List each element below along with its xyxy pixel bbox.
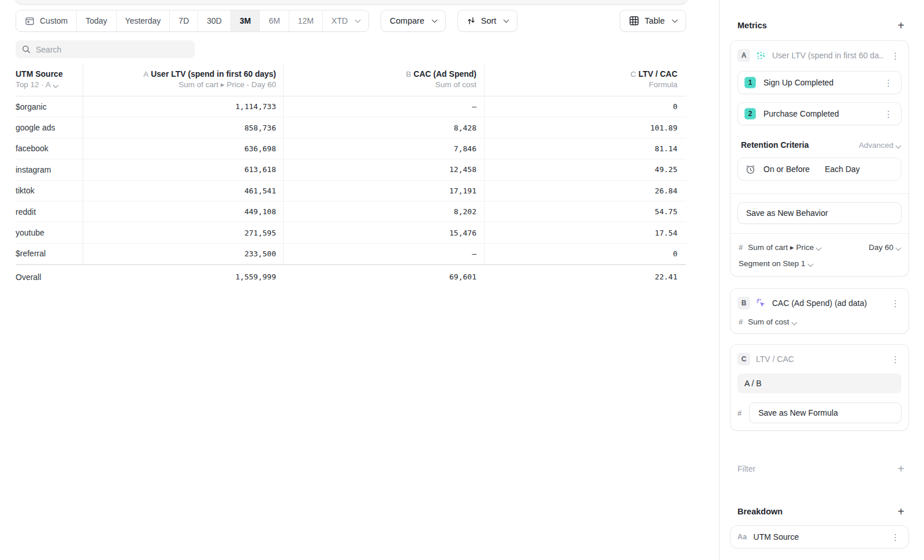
day-window-dropdown[interactable]: Day 60 <box>869 243 900 252</box>
range-custom-button[interactable]: Custom <box>16 10 77 31</box>
table-header-row: UTM Source Top 12 · A AUser LTV (spend i… <box>16 64 686 96</box>
behavioral-metric-icon <box>756 50 766 61</box>
metric-a-name: User LTV (spend in first 60 da... <box>772 51 884 60</box>
table-grid-icon <box>629 16 639 26</box>
range-custom-label: Custom <box>40 16 68 25</box>
metric-a-header[interactable]: A User LTV (spend in first 60 da... ⋮ <box>737 48 901 63</box>
breakdown-menu-button[interactable]: ⋮ <box>889 533 901 542</box>
formula-row: # Save as New Formula <box>737 402 901 423</box>
step-1-badge: 1 <box>744 77 756 88</box>
chevron-down-icon <box>431 17 437 23</box>
column-c-header[interactable]: CLTV / CAC Formula <box>484 64 686 96</box>
compare-button[interactable]: Compare <box>381 10 446 32</box>
add-metric-button[interactable]: + <box>897 20 904 31</box>
search-input[interactable] <box>36 45 188 54</box>
breakdown-section-header: Breakdown + <box>730 506 909 517</box>
metric-b-aggregation-dropdown[interactable]: Sum of cost <box>748 318 796 326</box>
range-12m-button[interactable]: 12M <box>289 10 323 31</box>
metric-a-card: A User LTV (spend in first 60 da... ⋮ 1 … <box>730 40 909 277</box>
table-row[interactable]: tiktok 461,541 17,191 26.84 <box>16 181 686 201</box>
step-2-badge: 2 <box>744 108 756 120</box>
number-type-icon: # <box>739 243 743 252</box>
range-today-button[interactable]: Today <box>77 10 116 31</box>
table-row[interactable]: google ads 858,736 8,428 101.89 <box>16 117 686 138</box>
metric-a-badge: A <box>737 49 750 62</box>
metric-b-badge: B <box>737 297 750 309</box>
metrics-section-header: Metrics + <box>730 20 909 31</box>
step-2-row[interactable]: 2 Purchase Completed ⋮ <box>737 102 901 125</box>
calendar-icon <box>25 16 35 26</box>
overall-row: Overall 1,559,999 69,601 22.41 <box>16 264 686 289</box>
save-formula-button[interactable]: Save as New Formula <box>749 402 901 423</box>
chevron-down-icon <box>816 245 822 251</box>
metric-b-header[interactable]: B CAC (Ad Spend) (ad data) ⋮ <box>737 296 901 311</box>
step-1-row[interactable]: 1 Sign Up Completed ⋮ <box>737 71 901 94</box>
metric-c-card: C LTV / CAC ⋮ A / B # Save as New Formul… <box>730 344 909 431</box>
aggregation-dropdown[interactable]: Sum of cart ▸ Price <box>748 242 821 252</box>
add-filter-button[interactable]: + <box>897 463 904 475</box>
metrics-title: Metrics <box>737 21 767 30</box>
main-content: Custom Today Yesterday 7D 30D 3M 6M 12M … <box>0 0 719 560</box>
range-3m-button[interactable]: 3M <box>231 10 260 31</box>
search-icon <box>22 45 31 54</box>
results-table: UTM Source Top 12 · A AUser LTV (spend i… <box>16 64 686 289</box>
metric-c-menu-button[interactable]: ⋮ <box>889 355 901 364</box>
step-2-menu-button[interactable]: ⋮ <box>882 110 895 118</box>
metric-b-menu-button[interactable]: ⋮ <box>889 299 901 308</box>
metric-c-header[interactable]: C LTV / CAC ⋮ <box>737 352 901 367</box>
chevron-down-icon <box>355 17 361 23</box>
metric-c-name: LTV / CAC <box>756 354 794 364</box>
number-type-icon: # <box>737 409 742 417</box>
aggregation-row: # Sum of cart ▸ Price Day 60 <box>737 242 901 252</box>
chevron-down-icon <box>896 143 901 148</box>
view-table-button[interactable]: Table <box>620 10 686 32</box>
column-b-header[interactable]: BCAC (Ad Spend) Sum of cost <box>283 64 484 96</box>
range-xtd-button[interactable]: XTD <box>323 10 368 31</box>
add-breakdown-button[interactable]: + <box>897 506 904 517</box>
chevron-down-icon <box>791 320 797 326</box>
source-column-header[interactable]: UTM Source Top 12 · A <box>16 64 83 96</box>
chevron-down-icon <box>807 262 813 267</box>
table-row[interactable]: $referral 233,500 – 0 <box>16 244 686 264</box>
table-row[interactable]: instagram 613,618 12,458 49.25 <box>16 159 686 180</box>
toolbar: Custom Today Yesterday 7D 30D 3M 6M 12M … <box>16 10 686 32</box>
range-6m-button[interactable]: 6M <box>260 10 289 31</box>
retention-behavior-row[interactable]: On or Before Each Day <box>737 158 901 181</box>
chevron-down-icon <box>896 245 901 251</box>
filter-section-header: Filter + <box>730 463 909 475</box>
number-type-icon: # <box>739 318 743 326</box>
breakdown-title: Breakdown <box>737 507 783 516</box>
ad-data-icon <box>756 298 766 308</box>
table-row[interactable]: reddit 449,108 8,202 54.75 <box>16 201 686 222</box>
string-type-icon: Aa <box>737 533 747 541</box>
table-row[interactable]: $organic 1,114,733 – 0 <box>16 96 686 117</box>
chevron-down-icon <box>504 17 509 23</box>
segment-row: Segment on Step 1 <box>737 259 901 268</box>
chevron-down-icon <box>672 17 678 23</box>
metric-b-card: B CAC (Ad Spend) (ad data) ⋮ # Sum of co… <box>730 288 909 334</box>
source-topn-dropdown[interactable]: Top 12 · A <box>16 81 58 89</box>
sort-button[interactable]: Sort <box>457 10 518 32</box>
breakdown-item-utm-source[interactable]: Aa UTM Source ⋮ <box>730 525 909 548</box>
segment-dropdown[interactable]: Segment on Step 1 <box>739 259 813 268</box>
table-row[interactable]: facebook 636,698 7,846 81.14 <box>16 139 686 159</box>
table-row[interactable]: youtube 271,595 15,476 17.54 <box>16 222 686 243</box>
divider <box>731 193 908 194</box>
previous-card-edge <box>14 0 688 5</box>
metric-b-name: CAC (Ad Spend) (ad data) <box>772 298 867 308</box>
query-builder-sidebar: Metrics + A User LTV (spend in first 60 … <box>719 0 924 560</box>
advanced-dropdown[interactable]: Advanced <box>859 141 900 150</box>
save-behavior-button[interactable]: Save as New Behavior <box>737 202 901 224</box>
metric-a-menu-button[interactable]: ⋮ <box>889 51 901 60</box>
date-range-group: Custom Today Yesterday 7D 30D 3M 6M 12M … <box>16 10 369 32</box>
retention-criteria-row: Retention Criteria Advanced <box>737 140 901 150</box>
range-7d-button[interactable]: 7D <box>170 10 198 31</box>
metric-c-badge: C <box>737 353 750 365</box>
overall-label: Overall <box>16 272 83 282</box>
step-1-menu-button[interactable]: ⋮ <box>882 79 895 87</box>
formula-input[interactable]: A / B <box>737 374 901 393</box>
range-30d-button[interactable]: 30D <box>198 10 231 31</box>
search-box[interactable] <box>16 40 195 58</box>
column-a-header[interactable]: AUser LTV (spend in first 60 days) Sum o… <box>83 64 283 96</box>
range-yesterday-button[interactable]: Yesterday <box>117 10 170 31</box>
